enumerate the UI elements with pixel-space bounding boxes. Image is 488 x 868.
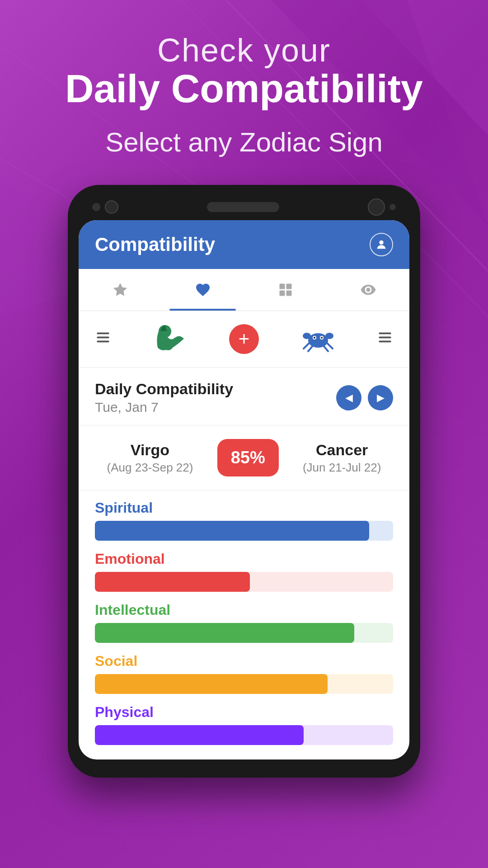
- social-bar-section: Social: [95, 653, 393, 694]
- virgo-sign-avatar[interactable]: [152, 321, 188, 357]
- spiritual-label: Spiritual: [95, 500, 393, 516]
- hero-line3: Select any Zodiac Sign: [0, 127, 488, 158]
- phone-hardware-top: [79, 198, 409, 216]
- svg-line-25: [308, 346, 313, 351]
- svg-point-18: [303, 333, 311, 339]
- svg-rect-30: [379, 341, 391, 343]
- physical-bar-fill: [95, 725, 304, 745]
- phone-frame: Compatibility: [68, 185, 420, 778]
- rear-camera-circle: [368, 198, 385, 216]
- emotional-bar-track: [95, 572, 393, 592]
- camera-right-group: [368, 198, 396, 216]
- date-nav-arrows: ◀ ▶: [336, 385, 393, 410]
- compatibility-bars: Spiritual Emotional Intellectual: [79, 491, 409, 760]
- svg-point-22: [314, 337, 315, 339]
- camera-left-group: [92, 200, 118, 214]
- left-sign-info: Virgo (Aug 23-Sep 22): [107, 441, 193, 475]
- svg-rect-13: [97, 333, 109, 335]
- svg-rect-15: [97, 341, 109, 343]
- tab-cards[interactable]: [244, 269, 327, 311]
- user-profile-button[interactable]: [370, 233, 393, 256]
- svg-point-7: [379, 241, 383, 245]
- right-sign-dates: (Jun 21-Jul 22): [303, 461, 381, 475]
- social-bar-track: [95, 674, 393, 694]
- social-bar-fill: [95, 674, 328, 694]
- prev-date-button[interactable]: ◀: [336, 385, 361, 410]
- intellectual-bar-section: Intellectual: [95, 602, 393, 643]
- svg-point-17: [308, 333, 328, 348]
- tab-favorites[interactable]: [79, 269, 161, 311]
- tab-eye[interactable]: [327, 269, 409, 311]
- app-header: Compatibility: [79, 220, 409, 269]
- compatibility-percent: 85%: [217, 439, 279, 476]
- sign-selector-bar: +: [79, 311, 409, 368]
- svg-point-23: [321, 337, 323, 339]
- daily-compat-title: Daily Compatibility: [95, 380, 233, 398]
- emotional-label: Emotional: [95, 551, 393, 567]
- app-title: Compatibility: [95, 234, 215, 255]
- intellectual-label: Intellectual: [95, 602, 393, 618]
- sign-comparison-row: Virgo (Aug 23-Sep 22) 85% Cancer (Jun 21…: [79, 425, 409, 491]
- spiritual-bar-track: [95, 521, 393, 541]
- flash-dot: [389, 204, 396, 210]
- next-date-button[interactable]: ▶: [368, 385, 393, 410]
- hero-line2: Daily Compatibility: [0, 69, 488, 108]
- physical-label: Physical: [95, 704, 393, 721]
- tabs-bar: [79, 269, 409, 311]
- sensor-dot: [92, 203, 100, 211]
- tab-compatibility[interactable]: [161, 269, 244, 311]
- spiritual-bar-section: Spiritual: [95, 500, 393, 541]
- right-sign-name: Cancer: [303, 441, 381, 459]
- left-sign-dates: (Aug 23-Sep 22): [107, 461, 193, 475]
- emotional-bar-section: Emotional: [95, 551, 393, 592]
- svg-line-24: [304, 343, 309, 349]
- right-menu-icon[interactable]: [377, 329, 393, 349]
- physical-bar-section: Physical: [95, 704, 393, 745]
- svg-rect-29: [379, 337, 391, 339]
- svg-line-26: [324, 346, 328, 351]
- social-label: Social: [95, 653, 393, 670]
- intellectual-bar-track: [95, 623, 393, 643]
- svg-line-27: [327, 343, 333, 349]
- daily-compat-header: Daily Compatibility Tue, Jan 7 ◀ ▶: [79, 368, 409, 425]
- phone-mockup: Compatibility: [68, 185, 420, 778]
- right-sign-info: Cancer (Jun 21-Jul 22): [303, 441, 381, 475]
- physical-bar-track: [95, 725, 393, 745]
- emotional-bar-fill: [95, 572, 250, 592]
- spiritual-bar-fill: [95, 521, 369, 541]
- add-pair-button[interactable]: +: [229, 324, 259, 354]
- phone-screen: Compatibility: [79, 220, 409, 760]
- hero-line1: Check your: [0, 32, 488, 69]
- svg-rect-14: [97, 337, 109, 339]
- hero-header: Check your Daily Compatibility Select an…: [0, 0, 488, 158]
- svg-point-19: [325, 333, 333, 339]
- front-camera: [105, 200, 118, 214]
- svg-rect-9: [279, 284, 285, 289]
- svg-marker-8: [113, 283, 127, 296]
- cancer-sign-avatar[interactable]: [300, 321, 336, 357]
- left-menu-icon[interactable]: [95, 329, 111, 349]
- svg-rect-12: [286, 291, 291, 296]
- compat-date: Tue, Jan 7: [95, 400, 233, 415]
- svg-rect-28: [379, 333, 391, 335]
- intellectual-bar-fill: [95, 623, 354, 643]
- left-sign-name: Virgo: [107, 441, 193, 459]
- phone-speaker: [207, 202, 279, 212]
- svg-rect-10: [286, 284, 291, 289]
- svg-rect-11: [279, 291, 285, 296]
